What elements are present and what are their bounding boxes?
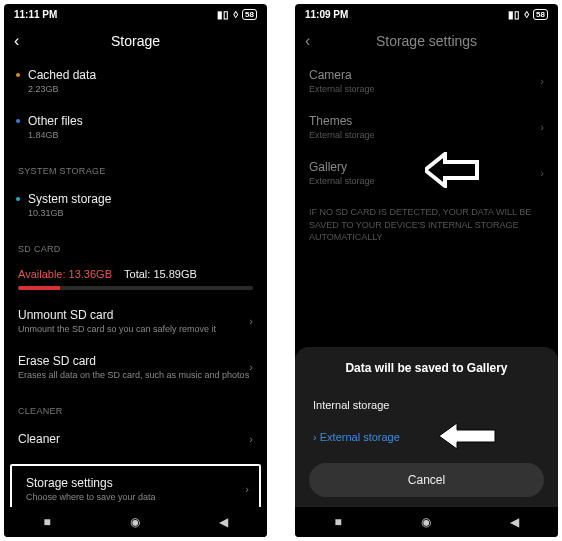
row-unmount-sd[interactable]: Unmount SD card Unmount the SD card so y… — [4, 298, 267, 344]
cancel-label: Cancel — [408, 473, 445, 487]
row-title: Storage settings — [26, 476, 245, 490]
signal-icon: ▮▯ — [217, 9, 229, 20]
chevron-right-icon: › — [540, 75, 544, 87]
section-system-storage: SYSTEM STORAGE — [4, 150, 267, 182]
battery-icon: 58 — [533, 9, 548, 20]
wifi-icon: ◊ — [524, 9, 529, 20]
row-title: System storage — [28, 192, 253, 206]
row-system-storage[interactable]: System storage 10.31GB — [4, 182, 267, 228]
sd-total-label: Total: — [124, 268, 150, 280]
sd-card-usage: Available: 13.36GB Total: 15.89GB — [4, 260, 267, 298]
header: ‹ Storage settings — [295, 24, 558, 58]
row-sub: 1.84GB — [28, 130, 253, 140]
row-sub: Choose where to save your data — [26, 492, 245, 502]
row-title: Gallery — [309, 160, 540, 174]
row-title: Themes — [309, 114, 540, 128]
row-cleaner[interactable]: Cleaner › — [4, 422, 267, 456]
row-sub: External storage — [309, 130, 540, 140]
option-external-storage[interactable]: External storage — [309, 421, 544, 453]
back-icon[interactable]: ‹ — [14, 32, 19, 50]
row-gallery[interactable]: Gallery External storage › — [295, 150, 558, 196]
row-title: Other files — [28, 114, 253, 128]
nav-recent-icon[interactable]: ■ — [334, 515, 341, 529]
chevron-right-icon: › — [245, 483, 249, 495]
nav-back-icon[interactable]: ◀ — [219, 515, 228, 529]
section-sd-card: SD CARD — [4, 228, 267, 260]
row-title: Cached data — [28, 68, 253, 82]
row-title: Camera — [309, 68, 540, 82]
nav-bar: ■ ◉ ◀ — [295, 507, 558, 537]
bottom-sheet-dialog: Data will be saved to Gallery Internal s… — [295, 347, 558, 507]
phone-left-storage: 11:11 PM ▮▯ ◊ 58 ‹ Storage Cached data 2… — [4, 4, 267, 537]
back-icon[interactable]: ‹ — [305, 32, 310, 50]
row-camera[interactable]: Camera External storage › — [295, 58, 558, 104]
chevron-right-icon: › — [249, 361, 253, 373]
sd-available-label: Available: — [18, 268, 66, 280]
header: ‹ Storage — [4, 24, 267, 58]
status-time: 11:09 PM — [305, 9, 348, 20]
dot-icon — [16, 119, 20, 123]
status-indicators: ▮▯ ◊ 58 — [217, 9, 257, 20]
dot-icon — [16, 73, 20, 77]
chevron-right-icon: › — [540, 167, 544, 179]
sd-total-value: 15.89GB — [153, 268, 196, 280]
sd-progress-bar — [18, 286, 253, 290]
status-time: 11:11 PM — [14, 9, 57, 20]
phone-right-storage-settings: 11:09 PM ▮▯ ◊ 58 ‹ Storage settings Came… — [295, 4, 558, 537]
row-themes[interactable]: Themes External storage › — [295, 104, 558, 150]
row-cached-data[interactable]: Cached data 2.23GB — [4, 58, 267, 104]
row-other-files[interactable]: Other files 1.84GB — [4, 104, 267, 150]
row-sub: Erases all data on the SD card, such as … — [18, 370, 249, 380]
info-note: IF NO SD CARD IS DETECTED, YOUR DATA WIL… — [295, 196, 558, 254]
row-sub: External storage — [309, 176, 540, 186]
status-bar: 11:11 PM ▮▯ ◊ 58 — [4, 4, 267, 24]
sheet-title: Data will be saved to Gallery — [309, 361, 544, 375]
nav-recent-icon[interactable]: ■ — [43, 515, 50, 529]
nav-bar: ■ ◉ ◀ — [4, 507, 267, 537]
row-sub: 10.31GB — [28, 208, 253, 218]
dot-icon — [16, 197, 20, 201]
signal-icon: ▮▯ — [508, 9, 520, 20]
section-cleaner: CLEANER — [4, 390, 267, 422]
page-title: Storage settings — [295, 33, 558, 49]
nav-home-icon[interactable]: ◉ — [421, 515, 431, 529]
wifi-icon: ◊ — [233, 9, 238, 20]
status-bar: 11:09 PM ▮▯ ◊ 58 — [295, 4, 558, 24]
option-internal-storage[interactable]: Internal storage — [309, 389, 544, 421]
row-title: Unmount SD card — [18, 308, 249, 322]
page-title: Storage — [4, 33, 267, 49]
chevron-right-icon: › — [540, 121, 544, 133]
content-scroll[interactable]: Cached data 2.23GB Other files 1.84GB SY… — [4, 58, 267, 507]
row-title: Cleaner — [18, 432, 249, 446]
status-indicators: ▮▯ ◊ 58 — [508, 9, 548, 20]
row-sub: Unmount the SD card so you can safely re… — [18, 324, 249, 334]
chevron-right-icon: › — [249, 433, 253, 445]
sd-progress-fill — [18, 286, 60, 290]
nav-back-icon[interactable]: ◀ — [510, 515, 519, 529]
row-title: Erase SD card — [18, 354, 249, 368]
row-erase-sd[interactable]: Erase SD card Erases all data on the SD … — [4, 344, 267, 390]
row-storage-settings[interactable]: Storage settings Choose where to save yo… — [12, 466, 259, 507]
nav-home-icon[interactable]: ◉ — [130, 515, 140, 529]
battery-icon: 58 — [242, 9, 257, 20]
cancel-button[interactable]: Cancel — [309, 463, 544, 497]
chevron-right-icon: › — [249, 315, 253, 327]
sd-available-value: 13.36GB — [69, 268, 112, 280]
highlight-storage-settings: Storage settings Choose where to save yo… — [10, 464, 261, 507]
row-sub: 2.23GB — [28, 84, 253, 94]
row-sub: External storage — [309, 84, 540, 94]
